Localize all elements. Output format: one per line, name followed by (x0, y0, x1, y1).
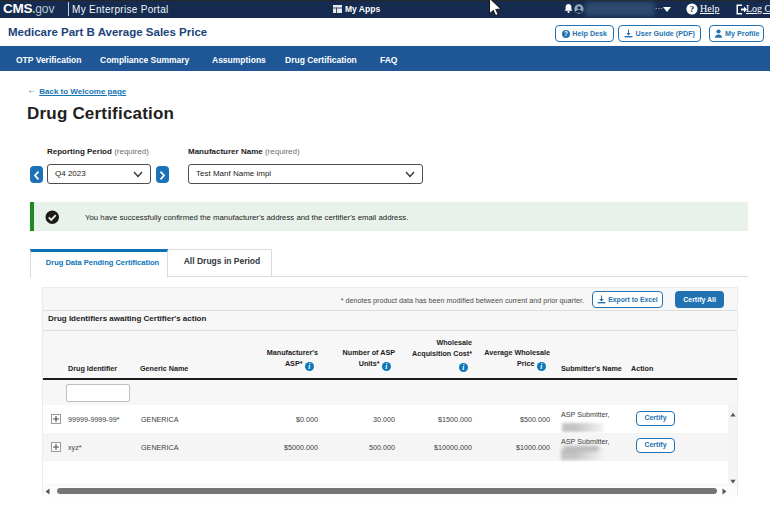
svg-text:?: ? (690, 4, 695, 14)
svg-text:?: ? (564, 30, 568, 37)
